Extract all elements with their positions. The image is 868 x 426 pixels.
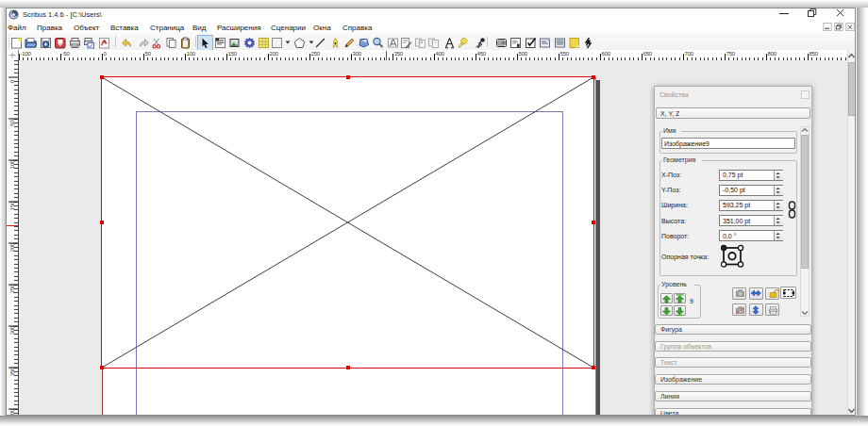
svg-text:OK: OK [499, 41, 505, 45]
